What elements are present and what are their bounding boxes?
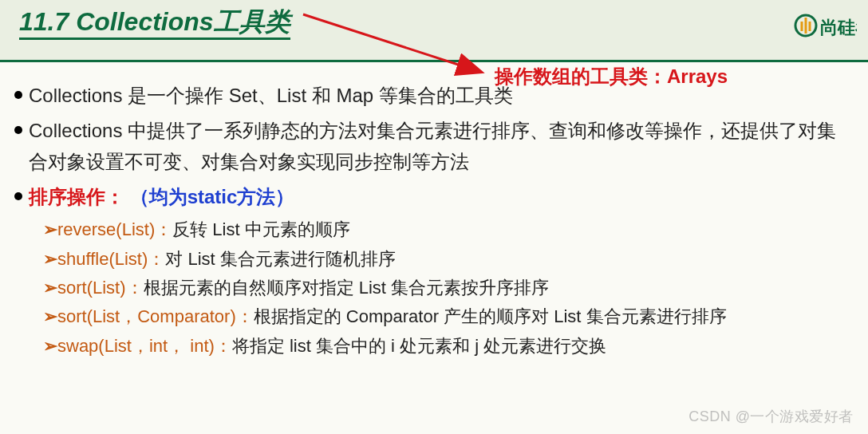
content-area: Collections 是一个操作 Set、List 和 Map 等集合的工具类… [0,62,868,361]
method-desc: 根据元素的自然顺序对指定 List 集合元素按升序排序 [144,278,549,298]
brand-logo: 尚硅谷 [793,10,857,45]
list-item: ➢ sort(List，Comparator)：根据指定的 Comparator… [43,302,854,331]
method-name: shuffle(List)： [57,249,165,269]
header-band: 11.7 Collections工具类 尚硅谷 [0,0,868,62]
bullet-1: Collections 是一个操作 Set、List 和 Map 等集合的工具类 [14,80,854,112]
list-item: ➢ swap(List，int， int)：将指定 list 集合中的 i 处元… [43,332,854,361]
watermark: CSDN @一个游戏爱好者 [688,407,854,426]
sort-ops-list: ➢ reverse(List)：反转 List 中元素的顺序 ➢ shuffle… [43,215,854,360]
bullet-text: Collections 中提供了一系列静态的方法对集合元素进行排序、查询和修改等… [29,120,836,173]
method-name: reverse(List)： [57,219,172,239]
method-name: swap(List，int， int)： [57,336,232,356]
method-desc: 反转 List 中元素的顺序 [172,219,349,239]
bullet-3-sort-ops: 排序操作： （均为static方法） [14,181,854,213]
sort-ops-title: 排序操作： [29,186,124,207]
list-item: ➢ shuffle(List)：对 List 集合元素进行随机排序 [43,245,854,274]
page-title: 11.7 Collections工具类 [19,8,290,40]
chevron-right-icon: ➢ [43,215,57,244]
chevron-right-icon: ➢ [43,302,57,331]
list-item: ➢ sort(List)：根据元素的自然顺序对指定 List 集合元素按升序排序 [43,274,854,302]
bullet-text: Collections 是一个操作 Set、List 和 Map 等集合的工具类 [29,85,513,106]
svg-text:尚硅谷: 尚硅谷 [820,18,857,37]
chevron-right-icon: ➢ [43,274,57,302]
method-desc: 将指定 list 集合中的 i 处元素和 j 处元素进行交换 [232,336,606,356]
sort-ops-note: （均为static方法） [130,186,295,207]
method-name: sort(List，Comparator)： [57,306,254,326]
bullet-2: Collections 中提供了一系列静态的方法对集合元素进行排序、查询和修改等… [14,115,854,178]
chevron-right-icon: ➢ [43,245,57,274]
chevron-right-icon: ➢ [43,332,57,361]
method-desc: 根据指定的 Comparator 产生的顺序对 List 集合元素进行排序 [254,306,727,326]
list-item: ➢ reverse(List)：反转 List 中元素的顺序 [43,215,854,244]
method-name: sort(List)： [57,278,144,298]
logo-icon: 尚硅谷 [793,10,857,45]
method-desc: 对 List 集合元素进行随机排序 [165,249,395,269]
